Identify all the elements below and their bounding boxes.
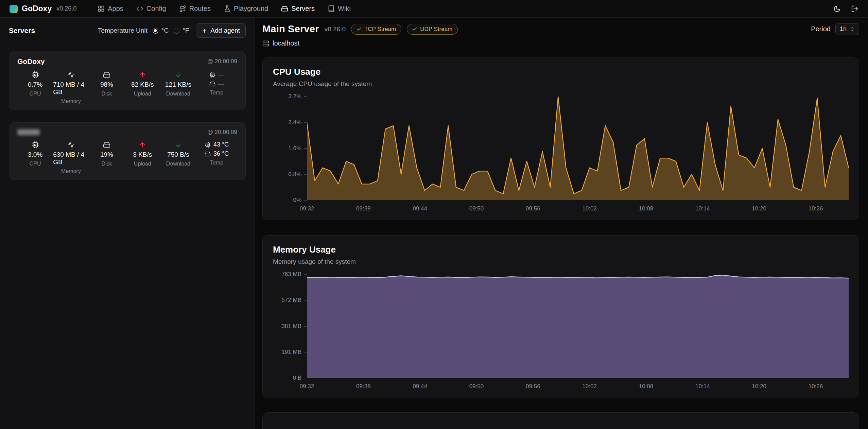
badge-label: TCP Stream <box>364 26 396 33</box>
nav-item-label: Apps <box>108 5 123 13</box>
book-icon <box>328 5 335 12</box>
udp-stream-badge: UDP Stream <box>407 24 458 35</box>
download-value: 750 B/s <box>167 151 189 158</box>
area-chart <box>307 274 849 378</box>
godoxy-logo-icon <box>10 5 18 13</box>
stat-upload: 3 KB/s Upload <box>125 141 160 174</box>
nav-item-label: Wiki <box>338 5 351 13</box>
nav-item-servers[interactable]: Servers <box>281 5 315 13</box>
logout-icon[interactable] <box>851 5 858 13</box>
cpu-icon <box>205 142 211 148</box>
temperature-unit-group: Temperature Unit °C °F <box>98 27 189 34</box>
upload-label: Upload <box>134 91 151 97</box>
hard-drive-icon <box>209 81 215 87</box>
disk-temp-row: 36 °C <box>205 150 229 157</box>
brand-version: v0.26.0 <box>56 5 76 12</box>
nav-item-apps[interactable]: Apps <box>98 5 123 13</box>
cpu-usage-chart: 3.2%2.4%1.6%0.8%0% 09:3209:3809:4409:500… <box>273 97 849 215</box>
temp-label: Temp <box>210 90 223 96</box>
arrow-down-icon <box>174 71 182 79</box>
server-timestamp: @ 20:00:09 <box>207 58 237 65</box>
cpu-value: 3.0% <box>28 151 42 158</box>
memory-usage-chart: 763 MB572 MB381 MB191 MB0 B 09:3209:3809… <box>273 274 849 393</box>
server-timestamp: @ 20:00:09 <box>207 129 237 136</box>
x-axis: 09:3209:3809:4409:5009:5610:0210:0810:14… <box>307 200 849 214</box>
disk-label: Disk <box>101 161 112 167</box>
chart-title: Memory Usage <box>273 244 849 255</box>
add-agent-label: Add agent <box>210 27 240 34</box>
y-axis: 3.2%2.4%1.6%0.8%0% <box>273 97 307 200</box>
server-version: v0.26.0 <box>325 25 346 33</box>
upload-value: 3 KB/s <box>133 151 152 158</box>
nav-item-label: Config <box>146 5 166 13</box>
radio-fahrenheit-control[interactable] <box>174 28 179 34</box>
temperature-unit-label: Temperature Unit <box>98 27 147 34</box>
cpu-label: CPU <box>30 161 41 167</box>
stat-download: 750 B/s Download <box>160 141 196 174</box>
stat-disk: 19% Disk <box>89 141 124 174</box>
radio-celsius-control[interactable] <box>153 28 158 34</box>
page-title: Main Server <box>262 23 319 35</box>
host-row: localhost <box>262 39 859 47</box>
memory-usage-card: Memory Usage Memory usage of the system … <box>262 235 859 398</box>
check-icon <box>357 27 362 32</box>
memory-value: 710 MB / 4 GB <box>53 81 89 96</box>
cpu-temp-row: — <box>209 71 224 78</box>
tcp-stream-badge: TCP Stream <box>351 24 401 35</box>
cpu-value: 0.7% <box>28 81 42 88</box>
stat-temp: — — Temp <box>196 71 237 104</box>
chart-subtitle: Memory usage of the system <box>273 258 849 265</box>
nav-item-wiki[interactable]: Wiki <box>328 5 351 13</box>
server-stats: 3.0% CPU 630 MB / 4 GB Memory 19% Disk 3… <box>17 141 237 174</box>
stat-memory: 710 MB / 4 GB Memory <box>53 71 89 104</box>
nav-item-config[interactable]: Config <box>136 5 166 13</box>
server-name: GoDoxy <box>17 57 45 66</box>
period-select[interactable]: 1h <box>835 23 859 35</box>
disk-temp-row: — <box>209 80 224 87</box>
add-agent-button[interactable]: Add agent <box>196 23 246 38</box>
stat-upload: 82 KB/s Upload <box>125 71 160 104</box>
brand-name: GoDoxy <box>22 4 52 13</box>
radio-fahrenheit[interactable]: °F <box>174 27 189 34</box>
stat-disk: 98% Disk <box>89 71 124 104</box>
cpu-icon <box>32 141 39 149</box>
disk-label: Disk <box>101 91 112 97</box>
top-navbar: GoDoxy v0.26.0 Apps Config Routes Playgr… <box>0 0 868 18</box>
nav-item-playground[interactable]: Playground <box>224 5 268 13</box>
server-card-agent[interactable]: @ 20:00:09 3.0% CPU 630 MB / 4 GB Memory… <box>9 122 246 180</box>
upload-label: Upload <box>134 161 151 167</box>
server-name-redacted <box>17 129 40 135</box>
download-label: Download <box>166 161 190 167</box>
cpu-icon <box>32 71 39 79</box>
server-stats: 0.7% CPU 710 MB / 4 GB Memory 98% Disk 8… <box>17 71 237 104</box>
upload-value: 82 KB/s <box>131 81 154 88</box>
memory-value: 630 MB / 4 GB <box>53 151 89 166</box>
cpu-temp-row: 43 °C <box>205 141 229 148</box>
temp-label: Temp <box>210 160 223 166</box>
radio-celsius-label: °C <box>161 27 169 34</box>
chart-plot: 09:3209:3809:4409:5009:5610:0210:0810:14… <box>307 97 849 200</box>
theme-toggle-moon-icon[interactable] <box>833 5 841 13</box>
radio-fahrenheit-label: °F <box>183 27 189 34</box>
chart-subtitle: Average CPU usage of the system <box>273 80 849 88</box>
server-card-godoxy[interactable]: GoDoxy @ 20:00:09 0.7% CPU 710 MB / 4 GB… <box>9 51 246 110</box>
flask-icon <box>224 5 231 12</box>
hard-drive-icon <box>103 71 110 79</box>
download-label: Download <box>166 91 190 97</box>
nav-item-label: Servers <box>291 5 315 13</box>
download-value: 121 KB/s <box>165 81 191 88</box>
arrow-up-icon <box>139 141 146 149</box>
chart-plot: 09:3209:3809:4409:5009:5610:0210:0810:14… <box>307 274 849 378</box>
cpu-icon <box>209 72 215 78</box>
cpu-label: CPU <box>30 91 41 97</box>
host-name: localhost <box>273 39 299 47</box>
radio-celsius[interactable]: °C <box>153 27 169 34</box>
main-content: Main Server v0.26.0 TCP Stream UDP Strea… <box>255 18 868 429</box>
nav-item-routes[interactable]: Routes <box>179 5 211 13</box>
disk-temp-value: 36 °C <box>213 150 229 157</box>
next-card-partial <box>262 412 859 429</box>
nav-item-label: Playground <box>234 5 268 13</box>
hard-drive-icon <box>103 141 110 149</box>
navbar-actions <box>833 5 858 13</box>
sidebar-title: Servers <box>9 27 35 35</box>
